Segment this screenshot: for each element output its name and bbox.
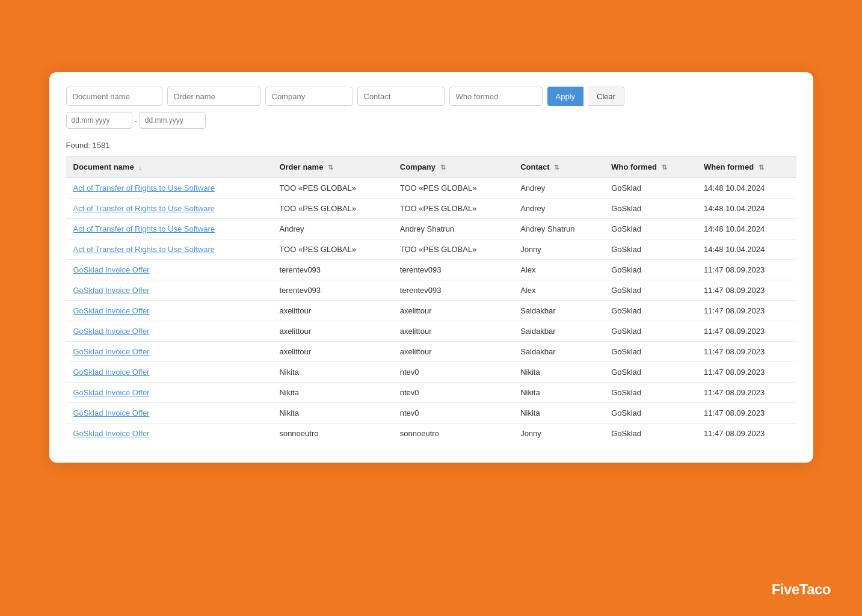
cell-when-formed: 11:47 08.09.2023	[697, 321, 796, 342]
table-row: Act of Transfer of Rights to Use Softwar…	[66, 178, 796, 199]
cell-who-formed: GoSklad	[604, 403, 697, 424]
clear-button[interactable]: Clear	[588, 87, 624, 106]
col-who-formed: Who formed ⇅	[604, 156, 697, 178]
doc-name-link[interactable]: Act of Transfer of Rights to Use Softwar…	[73, 224, 215, 233]
table-row: GoSklad Invoice Offeraxelittouraxelittou…	[66, 342, 796, 362]
doc-name-link[interactable]: GoSklad Invoice Offer	[73, 327, 150, 336]
cell-order-name: terentev093	[272, 280, 392, 301]
cell-order-name: axelittour	[272, 321, 392, 342]
cell-when-formed: 11:47 08.09.2023	[697, 280, 796, 301]
doc-name-link[interactable]: GoSklad Invoice Offer	[73, 347, 150, 356]
sort-who-formed-icon[interactable]: ⇅	[662, 164, 667, 171]
col-order-name: Order name ⇅	[272, 156, 392, 178]
table-row: GoSklad Invoice OfferNikitantev0NikitaGo…	[66, 362, 796, 383]
cell-order-name: TOO «PES GLOBAL»	[272, 199, 392, 219]
cell-when-formed: 11:47 08.09.2023	[697, 383, 796, 403]
cell-contact: Saidakbar	[513, 321, 604, 342]
cell-contact: Andrey	[513, 178, 604, 199]
table-row: GoSklad Invoice Offerterentev093terentev…	[66, 280, 796, 301]
cell-contact: Andrey	[513, 199, 604, 219]
cell-order-name: terentev093	[272, 260, 392, 280]
cell-order-name: TOO «PES GLOBAL»	[272, 178, 392, 199]
doc-name-link[interactable]: Act of Transfer of Rights to Use Softwar…	[73, 245, 215, 254]
who-formed-input[interactable]	[449, 87, 543, 106]
table-row: GoSklad Invoice Offerterentev093terentev…	[66, 260, 796, 280]
table-header-row: Document name ↓ Order name ⇅ Company ⇅ C…	[66, 156, 796, 178]
doc-name-link[interactable]: GoSklad Invoice Offer	[73, 408, 150, 417]
cell-who-formed: GoSklad	[604, 178, 697, 199]
cell-company: TOO «PES GLOBAL»	[393, 178, 513, 199]
order-name-input[interactable]	[167, 87, 260, 106]
cell-order-name: Nikita	[272, 383, 392, 403]
cell-doc-name: GoSklad Invoice Offer	[66, 424, 272, 444]
sort-company-icon[interactable]: ⇅	[440, 164, 446, 171]
doc-name-link[interactable]: GoSklad Invoice Offer	[73, 306, 150, 315]
col-when-formed: When formed ⇅	[697, 156, 796, 178]
company-input[interactable]	[265, 87, 352, 106]
sort-order-name-icon[interactable]: ⇅	[328, 164, 333, 171]
brand-taco: Taco	[799, 581, 831, 597]
cell-contact: Saidakbar	[513, 342, 604, 362]
cell-contact: Nikita	[513, 383, 604, 403]
contact-input[interactable]	[357, 87, 445, 106]
cell-company: TOO «PES GLOBAL»	[393, 239, 513, 260]
cell-contact: Andrey Shatrun	[513, 219, 604, 239]
table-row: GoSklad Invoice OfferNikitantev0NikitaGo…	[66, 403, 796, 424]
cell-order-name: axelittour	[272, 301, 392, 321]
cell-when-formed: 11:47 08.09.2023	[697, 362, 796, 383]
found-label: Found: 1581	[66, 141, 796, 150]
cell-who-formed: GoSklad	[604, 362, 697, 383]
cell-who-formed: GoSklad	[604, 280, 697, 301]
brand-five: Five	[772, 581, 799, 597]
cell-when-formed: 11:47 08.09.2023	[697, 403, 796, 424]
cell-doc-name: GoSklad Invoice Offer	[66, 280, 272, 301]
col-company: Company ⇅	[393, 156, 513, 178]
cell-who-formed: GoSklad	[604, 199, 697, 219]
cell-order-name: TOO «PES GLOBAL»	[272, 239, 392, 260]
table-row: GoSklad Invoice OfferNikitantev0NikitaGo…	[66, 383, 796, 403]
cell-doc-name: GoSklad Invoice Offer	[66, 321, 272, 342]
cell-when-formed: 14:48 10.04.2024	[697, 219, 796, 239]
sort-when-formed-icon[interactable]: ⇅	[759, 164, 764, 171]
cell-when-formed: 11:47 08.09.2023	[697, 342, 796, 362]
doc-name-link[interactable]: GoSklad Invoice Offer	[73, 388, 150, 397]
cell-contact: Nikita	[513, 362, 604, 383]
date-separator: -	[135, 116, 137, 125]
sort-contact-icon[interactable]: ⇅	[554, 164, 559, 171]
cell-who-formed: GoSklad	[604, 219, 697, 239]
cell-company: sonnoeutro	[393, 424, 513, 444]
table-row: Act of Transfer of Rights to Use Softwar…	[66, 239, 796, 260]
cell-when-formed: 11:47 08.09.2023	[697, 424, 796, 444]
doc-name-link[interactable]: GoSklad Invoice Offer	[73, 265, 150, 274]
cell-doc-name: Act of Transfer of Rights to Use Softwar…	[66, 219, 272, 239]
doc-name-link[interactable]: GoSklad Invoice Offer	[73, 286, 150, 295]
cell-doc-name: Act of Transfer of Rights to Use Softwar…	[66, 199, 272, 219]
cell-who-formed: GoSklad	[604, 301, 697, 321]
cell-contact: Nikita	[513, 403, 604, 424]
cell-when-formed: 14:48 10.04.2024	[697, 178, 796, 199]
doc-name-link[interactable]: GoSklad Invoice Offer	[73, 429, 150, 438]
cell-company: axelittour	[393, 342, 513, 362]
doc-name-link[interactable]: Act of Transfer of Rights to Use Softwar…	[73, 183, 215, 192]
cell-company: axelittour	[393, 301, 513, 321]
date-to-input[interactable]	[140, 112, 206, 129]
apply-button[interactable]: Apply	[547, 87, 584, 106]
cell-doc-name: GoSklad Invoice Offer	[66, 342, 272, 362]
cell-contact: Jonny	[513, 239, 604, 260]
date-row: -	[66, 112, 796, 129]
sort-doc-name-icon[interactable]: ↓	[138, 164, 142, 171]
document-name-input[interactable]	[66, 87, 162, 106]
cell-contact: Alex	[513, 280, 604, 301]
cell-who-formed: GoSklad	[604, 383, 697, 403]
cell-doc-name: GoSklad Invoice Offer	[66, 362, 272, 383]
table-row: GoSklad Invoice Offeraxelittouraxelittou…	[66, 321, 796, 342]
cell-who-formed: GoSklad	[604, 321, 697, 342]
table-row: Act of Transfer of Rights to Use Softwar…	[66, 199, 796, 219]
cell-contact: Alex	[513, 260, 604, 280]
date-from-input[interactable]	[66, 112, 132, 129]
doc-name-link[interactable]: Act of Transfer of Rights to Use Softwar…	[73, 204, 215, 213]
main-card: Apply Clear - Found: 1581 Document name …	[49, 72, 813, 463]
doc-name-link[interactable]: GoSklad Invoice Offer	[73, 368, 150, 377]
cell-when-formed: 11:47 08.09.2023	[697, 260, 796, 280]
cell-order-name: sonnoeutro	[272, 424, 392, 444]
